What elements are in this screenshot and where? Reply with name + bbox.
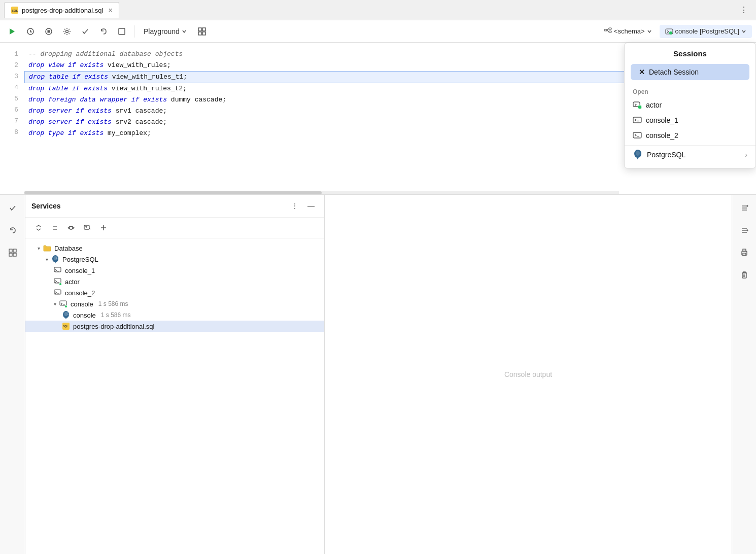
undo-button[interactable] (95, 23, 112, 40)
square-button[interactable] (114, 23, 130, 40)
history-button[interactable] (22, 23, 39, 40)
grid-sidebar-icon (9, 249, 17, 257)
add-button[interactable] (96, 221, 111, 235)
right-print-button[interactable] (735, 244, 753, 262)
actor-tree-icon (54, 278, 62, 286)
sql-tree-icon: SQL (62, 322, 70, 330)
horizontal-scrollbar[interactable] (24, 191, 619, 194)
console-time-dot (64, 305, 67, 308)
view-icon (67, 224, 75, 231)
tree-postgresql-sub[interactable]: console 1 s 586 ms (25, 309, 324, 321)
tree-console-time[interactable]: ▾ console 1 s 586 ms (25, 298, 324, 309)
actor-label: actor (646, 101, 662, 109)
console-time-chevron: ▾ (54, 301, 56, 307)
svg-text:SQL: SQL (12, 9, 18, 12)
settings-button[interactable] (59, 23, 75, 40)
sessions-title: Sessions (625, 49, 755, 64)
svg-line-15 (607, 28, 609, 30)
postgresql-icon (633, 150, 643, 160)
console1-tree-icon (54, 266, 62, 274)
tree-area: ▾ Database ▾ PostgreSQL (25, 238, 324, 554)
toolbar-separator (134, 25, 134, 38)
services-more-button[interactable]: ⋮ (288, 199, 302, 213)
expand-all-button[interactable] (31, 221, 46, 235)
grid-button[interactable] (194, 23, 210, 40)
tree-actor[interactable]: actor (25, 276, 324, 287)
right-download-button[interactable] (735, 221, 753, 239)
services-header: Services ⋮ — (25, 195, 324, 218)
collapse-all-button[interactable] (48, 221, 62, 235)
svg-rect-67 (743, 249, 746, 251)
tab-menu-button[interactable]: ⋮ (736, 3, 752, 17)
postgresql-group[interactable]: PostgreSQL › (625, 145, 755, 164)
svg-rect-9 (202, 28, 205, 31)
postgresql-sub-badge: 1 s 586 ms (101, 311, 131, 319)
tree-database[interactable]: ▾ Database (25, 243, 324, 254)
tab-close-button[interactable]: × (108, 6, 112, 14)
tree-console2[interactable]: console_2 (25, 287, 324, 298)
console-time-badge: 1 s 586 ms (98, 300, 128, 307)
playground-label: Playground (144, 27, 180, 36)
schema-icon (604, 27, 612, 36)
services-minimize-button[interactable]: — (304, 199, 318, 213)
session-item-actor[interactable]: actor (625, 97, 755, 113)
history-icon (26, 27, 35, 36)
console-time-label: console (71, 300, 93, 308)
detach-x-icon: ✕ (639, 68, 645, 76)
console-output-placeholder: Console output (504, 370, 552, 378)
add-console-button[interactable] (80, 221, 94, 235)
settings-icon (63, 27, 71, 36)
sidebar-check-button[interactable] (4, 199, 22, 217)
view-button[interactable] (64, 221, 78, 235)
add-console-icon (84, 224, 91, 231)
postgresql-chevron-icon: › (745, 151, 747, 159)
schema-button[interactable]: <schema> (598, 25, 658, 38)
scrollbar-thumb (24, 191, 322, 194)
svg-rect-32 (13, 253, 16, 256)
console2-label: console_2 (646, 131, 678, 140)
services-toolbar (25, 218, 324, 238)
console-button[interactable]: console [PostgreSQL] (660, 25, 752, 38)
svg-rect-5 (48, 30, 50, 32)
sidebar-grid-button[interactable] (4, 244, 22, 262)
console-label: console [PostgreSQL] (675, 27, 739, 35)
right-delete-button[interactable] (735, 266, 753, 284)
playground-dropdown[interactable]: Playground (139, 25, 192, 38)
session-item-console1[interactable]: console_1 (625, 113, 755, 128)
svg-point-44 (54, 256, 57, 260)
detach-session-button[interactable]: ✕ Detach Session (631, 64, 749, 80)
console2-tree-label: console_2 (65, 289, 95, 297)
svg-rect-14 (609, 31, 611, 32)
services-sidebar (0, 195, 25, 554)
print-icon (740, 249, 748, 257)
postgresql-sub-icon (62, 311, 70, 319)
check-button[interactable] (77, 23, 93, 40)
svg-rect-8 (198, 28, 201, 31)
sql-file-label: postgres-drop-additional.sql (73, 323, 154, 330)
sidebar-undo-button[interactable] (4, 221, 22, 239)
undo-icon (99, 27, 108, 36)
stop-button[interactable] (41, 23, 57, 40)
services-panel: Services ⋮ — (25, 195, 325, 554)
editor-area: 1 2 3 4 5 6 7 8 -- dropping additional d… (0, 43, 756, 195)
collapse-all-icon (51, 224, 58, 231)
svg-rect-13 (609, 28, 611, 29)
file-tab[interactable]: SQL postgres-drop-additional.sql × (4, 2, 119, 18)
run-button[interactable] (4, 23, 20, 40)
postgresql-tree-chevron: ▾ (46, 257, 48, 262)
stop-icon (45, 27, 53, 36)
folder-icon (43, 244, 51, 252)
console1-tree-label: console_1 (65, 267, 95, 274)
right-list-button[interactable] (735, 199, 753, 217)
actor-tree-label: actor (65, 278, 80, 286)
grid-icon (198, 27, 206, 36)
tree-console1[interactable]: console_1 (25, 265, 324, 276)
tab-label: postgres-drop-additional.sql (22, 7, 103, 14)
session-item-console2[interactable]: console_2 (625, 128, 755, 143)
tree-sql-file[interactable]: SQL postgres-drop-additional.sql (25, 321, 324, 332)
console-icon (665, 27, 673, 36)
svg-rect-30 (13, 249, 16, 252)
svg-rect-12 (604, 29, 607, 31)
tree-postgresql[interactable]: ▾ PostgreSQL (25, 254, 324, 265)
dropdown-chevron-icon (182, 29, 187, 34)
